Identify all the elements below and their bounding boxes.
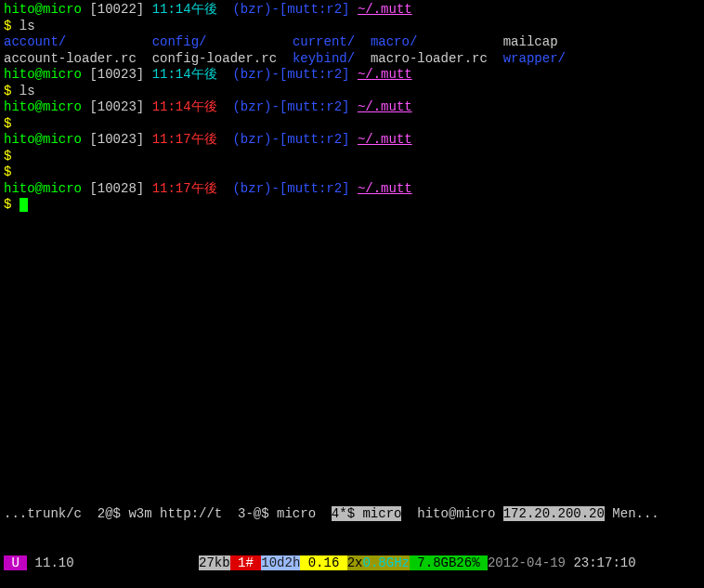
shell-prompt: hito@micro [10022] 11:14午後 (bzr)-[mutt:r…	[4, 2, 412, 17]
prompt-vcs: (bzr)-[mutt:r2]	[232, 67, 349, 82]
status-alert: 1#	[230, 555, 262, 570]
file-entry: account-loader.rc	[4, 51, 152, 66]
prompt-time: 11:14午後	[152, 67, 217, 82]
prompt-path: ~/.mutt	[358, 67, 412, 82]
status-load: 0.16	[300, 555, 346, 570]
status-bar-container: ...trunk/c 2@$ w3m http://t 3-@$ micro 4…	[0, 474, 704, 589]
prompt-userhost: hito@micro	[4, 132, 82, 147]
status-cpu-cores: 2x	[347, 555, 363, 570]
shell-prompt: hito@micro [10023] 11:17午後 (bzr)-[mutt:r…	[4, 132, 412, 147]
dir-entry: wrapper/	[503, 51, 566, 66]
status-version: 11.10	[27, 555, 73, 570]
status-date: 2012-04-19	[488, 555, 573, 570]
shell-prompt: hito@micro [10023] 11:14午後 (bzr)-[mutt:r…	[4, 67, 412, 82]
prompt-dollar: $	[4, 197, 11, 212]
prompt-path: ~/.mutt	[358, 99, 412, 114]
dir-entry: config/	[152, 34, 293, 49]
file-entry: config-loader.rc	[152, 51, 293, 66]
prompt-dollar: $	[4, 84, 11, 98]
status-net: 27kb	[199, 555, 230, 570]
prompt-time: 11:14午後	[152, 2, 217, 17]
prompt-dollar: $	[4, 164, 11, 179]
prompt-dollar: $	[4, 149, 11, 163]
active-window[interactable]: 4*$ micro	[332, 506, 402, 521]
shell-prompt: hito@micro [10028] 11:17午後 (bzr)-[mutt:r…	[4, 181, 412, 196]
window-list-left[interactable]: ...trunk/c 2@$ w3m http://t 3-@$ micro	[4, 506, 332, 521]
prompt-vcs: (bzr)-[mutt:r2]	[232, 99, 349, 114]
prompt-userhost: hito@micro	[4, 99, 82, 114]
window-list-right: Men...	[605, 506, 659, 521]
status-info-bar: U 11.10 27kb 1# 10d2h 0.16 2x0.8GHz 7.8G…	[0, 555, 704, 572]
terminal-output[interactable]: hito@micro [10022] 11:14午後 (bzr)-[mutt:r…	[0, 0, 704, 216]
status-mem: 7.8GB26%	[410, 555, 488, 570]
prompt-vcs: (bzr)-[mutt:r2]	[232, 2, 349, 17]
dir-entry: keybind/	[293, 51, 371, 66]
ip-address: 172.20.200.20	[503, 506, 605, 521]
status-time: 23:17:10	[573, 555, 635, 570]
prompt-path: ~/.mutt	[358, 2, 412, 17]
status-cpu-freq: 0.8GHz	[363, 555, 410, 570]
cursor-icon	[20, 198, 28, 212]
prompt-userhost: hito@micro	[4, 67, 82, 82]
status-uptime: 10d2h	[261, 555, 300, 570]
dir-entry: macro/	[371, 34, 503, 49]
dir-entry: current/	[293, 34, 371, 49]
command-text: ls	[20, 84, 35, 98]
prompt-vcs: (bzr)-[mutt:r2]	[232, 132, 349, 147]
prompt-dollar: $	[4, 116, 11, 131]
command-text: ls	[20, 19, 35, 33]
shell-prompt: hito@micro [10023] 11:14午後 (bzr)-[mutt:r…	[4, 99, 412, 114]
file-entry: macro-loader.rc	[371, 51, 503, 66]
status-u: U	[4, 555, 27, 570]
prompt-userhost: hito@micro	[4, 2, 82, 17]
session-userhost: hito@micro	[401, 506, 502, 521]
prompt-time: 11:17午後	[152, 132, 217, 147]
prompt-dollar: $	[4, 19, 11, 33]
tmux-window-bar[interactable]: ...trunk/c 2@$ w3m http://t 3-@$ micro 4…	[0, 506, 704, 523]
prompt-time: 11:14午後	[152, 99, 217, 114]
file-entry: mailcap	[503, 34, 558, 49]
dir-entry: account/	[4, 34, 152, 49]
prompt-path: ~/.mutt	[358, 132, 412, 147]
